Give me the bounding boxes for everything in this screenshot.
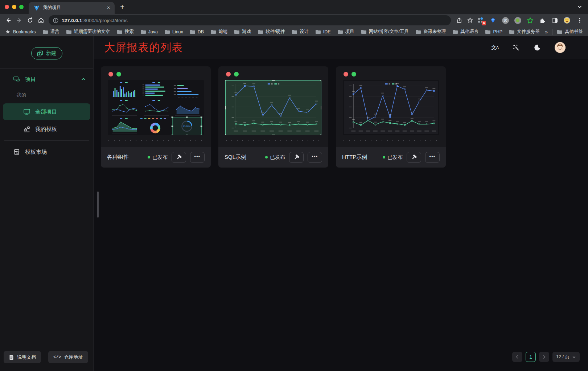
green-dot — [234, 72, 239, 77]
bookmark-folder[interactable]: 文件服务器 — [509, 29, 540, 35]
card-footer: SQL示例 已发布 ••• — [218, 147, 328, 168]
side-panel-icon[interactable] — [551, 17, 558, 24]
project-thumbnail[interactable]: 25.00% — [108, 80, 204, 135]
bookmark-label: Linux — [172, 29, 183, 34]
create-copy-icon — [37, 50, 43, 57]
magic-wand-icon[interactable] — [513, 44, 520, 51]
status-label: 已发布 — [152, 154, 168, 161]
maximize-window-button[interactable] — [19, 5, 24, 9]
green-star-extension-icon[interactable] — [526, 17, 534, 24]
user-avatar[interactable] — [555, 42, 566, 53]
prev-page-button[interactable] — [512, 352, 522, 362]
tab-search-chevron-icon[interactable] — [577, 4, 582, 9]
bookmark-folder[interactable]: PHP — [485, 29, 502, 34]
back-button[interactable] — [3, 15, 14, 26]
bookmark-folder[interactable]: 网站/博客/文章/工具 — [361, 29, 409, 35]
profile-avatar-icon[interactable] — [563, 17, 571, 24]
bookmark-folder[interactable]: 近期需要读的文章 — [66, 29, 110, 35]
more-actions-button[interactable]: ••• — [308, 152, 322, 163]
edit-hammer-button[interactable] — [407, 152, 421, 163]
chevron-up-icon[interactable] — [81, 77, 86, 82]
project-card[interactable]: HTTP示例 已发布 ••• — [336, 66, 446, 168]
home-button[interactable] — [36, 15, 46, 26]
bookmark-folder[interactable]: 前端 — [210, 29, 227, 35]
star-icon — [5, 29, 11, 34]
bookmark-folder[interactable]: 设计 — [292, 29, 309, 35]
forward-button[interactable] — [14, 15, 25, 26]
publish-status: 已发布 — [148, 154, 168, 161]
site-info-icon[interactable] — [53, 18, 58, 23]
minimize-window-button[interactable] — [12, 5, 16, 9]
bookmark-star-button[interactable] — [465, 15, 476, 26]
recorder-extension-icon[interactable] — [514, 17, 521, 24]
bookmark-label: 运营 — [50, 29, 59, 35]
dark-mode-moon-icon[interactable] — [534, 44, 541, 51]
bookmarks-overflow-chevron[interactable]: » — [545, 29, 548, 35]
language-switch-icon[interactable]: 文A — [491, 44, 499, 51]
project-card[interactable]: SQL示例 已发布 ••• — [218, 66, 328, 168]
project-card[interactable]: 25.00% 各种组件 已发布 ••• — [101, 66, 211, 168]
sidebar-item-my-templates[interactable]: 我的模板 — [3, 121, 90, 137]
sidebar-group-projects[interactable]: 项目 — [3, 70, 90, 88]
next-page-button[interactable] — [539, 352, 549, 362]
gem-extension-icon[interactable] — [489, 17, 497, 24]
bookmark-folder[interactable]: 软件/硬件 — [258, 29, 285, 35]
hammer-icon — [176, 154, 182, 160]
bookmark-folder[interactable]: 搜索 — [117, 29, 134, 35]
more-actions-button[interactable]: ••• — [190, 152, 205, 163]
reload-button[interactable] — [25, 15, 36, 26]
chevron-down-icon — [572, 355, 576, 359]
docs-button[interactable]: 说明文档 — [4, 351, 41, 363]
sidebar-group-label: 项目 — [25, 76, 36, 83]
bookmark-label: 游戏 — [242, 29, 251, 35]
sidebar-item-template-market[interactable]: 模板市场 — [3, 144, 90, 160]
repo-button[interactable]: </> 仓库地址 — [48, 351, 88, 363]
new-project-button[interactable]: 新建 — [31, 47, 62, 59]
template-blocks-icon — [23, 125, 30, 133]
project-thumbnail[interactable] — [225, 80, 321, 135]
other-bookmarks-folder[interactable]: 其他书签 — [557, 29, 583, 35]
address-bar[interactable]: 127.0.0.1:3000/#/project/items — [49, 15, 451, 25]
browser-tab-strip: 我的项目 × + — [0, 0, 588, 14]
close-window-button[interactable] — [5, 5, 9, 9]
pagination: 1 12 / 页 — [512, 352, 580, 362]
red-dot — [108, 72, 113, 77]
bookmark-folder[interactable]: Java — [140, 29, 158, 34]
sidebar: 新建 项目 我的 全部项目 — [0, 36, 94, 371]
sidebar-item-all-projects[interactable]: 全部项目 — [3, 103, 90, 120]
bookmark-folder[interactable]: DB — [190, 29, 204, 34]
bookmark-folder[interactable]: Linux — [164, 29, 183, 34]
browser-tab[interactable]: 我的项目 × — [29, 2, 115, 14]
tab-groups-extension-icon[interactable]: 9 — [477, 17, 484, 24]
bookmarks-root[interactable]: Bookmarks — [5, 29, 36, 34]
bookmark-folder[interactable]: 项目 — [337, 29, 354, 35]
bookmark-folder[interactable]: 其他语言 — [452, 29, 478, 35]
bookmark-folder[interactable]: 资讯未整理 — [415, 29, 446, 35]
chrome-menu-icon[interactable] — [574, 15, 585, 26]
url-text[interactable]: 127.0.0.1:3000/#/project/items — [62, 18, 128, 23]
bookmark-folder[interactable]: 游戏 — [234, 29, 251, 35]
folder-icon — [42, 29, 48, 34]
bookmark-folder[interactable]: 运营 — [42, 29, 59, 35]
project-thumbnail[interactable] — [343, 80, 439, 135]
command-extension-icon[interactable]: ⌘ — [502, 17, 509, 24]
tab-close-icon[interactable]: × — [105, 5, 112, 11]
page-size-select[interactable]: 12 / 页 — [552, 352, 580, 362]
bookmark-folder[interactable]: IDE — [315, 29, 331, 34]
extensions-puzzle-icon[interactable] — [539, 17, 546, 24]
more-actions-button[interactable]: ••• — [425, 152, 440, 163]
favicon — [34, 5, 40, 11]
code-icon: </> — [53, 355, 61, 360]
new-tab-button[interactable]: + — [117, 1, 128, 12]
status-dot — [148, 156, 150, 158]
edit-hammer-button[interactable] — [289, 152, 304, 163]
scrollbar-thumb[interactable] — [97, 191, 99, 218]
edit-hammer-button[interactable] — [172, 152, 186, 163]
card-window-dots — [218, 66, 328, 80]
tab-title: 我的项目 — [43, 5, 102, 11]
bookmark-label: 项目 — [345, 29, 354, 35]
bookmark-label: 文件服务器 — [517, 29, 540, 35]
share-button[interactable] — [454, 15, 465, 26]
folder-icon — [557, 29, 563, 34]
page-number-1[interactable]: 1 — [526, 352, 536, 362]
